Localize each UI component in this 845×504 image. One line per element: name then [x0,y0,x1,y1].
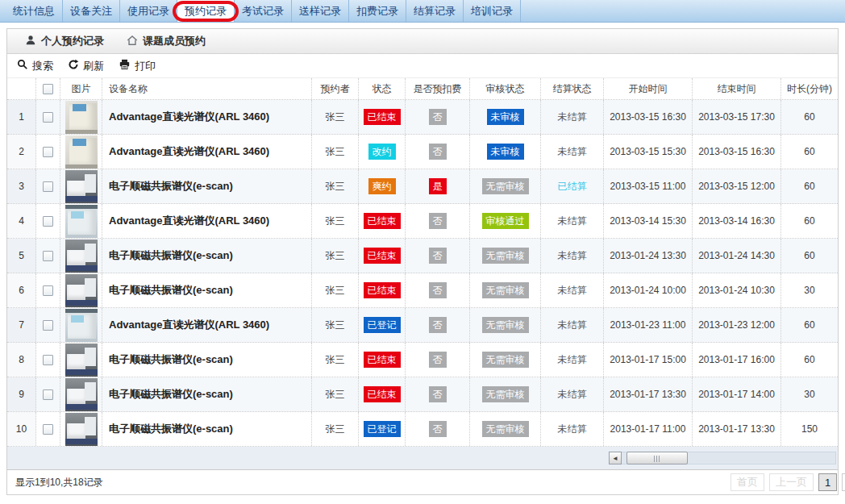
row-checkbox[interactable] [43,389,53,400]
row-checkbox-cell [36,169,60,203]
row-image-cell [60,308,102,342]
scrollbar-left-arrow-icon[interactable]: ◄ [609,452,622,464]
tab-5[interactable]: 考试记录 [235,0,292,22]
row-checkbox[interactable] [43,320,53,331]
refresh-button[interactable]: 刷新 [68,59,104,73]
reserver-name: 张三 [312,135,359,169]
page-button-2[interactable]: 2 [842,473,845,491]
row-image-cell [60,135,102,169]
reserver-name: 张三 [312,343,359,377]
printer-icon [119,59,131,73]
start-time-cell: 2013-01-17 11:00 [604,412,693,446]
tab-2[interactable]: 设备关注 [63,0,120,22]
reserver-name: 张三 [312,412,359,446]
page-button-上一页[interactable]: 上一页 [769,473,814,491]
row-checkbox[interactable] [43,424,53,435]
scrollbar-thumb[interactable] [626,452,688,464]
settle-status-text: 未结算 [558,145,587,159]
prededuct-badge: 否 [429,213,447,229]
status-cell: 改约 [359,135,406,169]
annotation-highlight-circle [173,1,239,22]
row-checkbox[interactable] [43,112,53,123]
personal-reservation-tab[interactable]: 个人预约记录 [25,34,104,48]
row-checkbox-cell [36,100,60,134]
row-checkbox[interactable] [43,216,53,227]
status-cell: 爽约 [359,169,406,203]
header-checkbox-cell [36,78,60,99]
row-checkbox-cell [36,308,60,342]
search-icon [17,59,28,73]
settle-status-cell: 未结算 [541,412,604,446]
row-image-cell [60,343,102,377]
device-name: 电子顺磁共振谱仪(e-scan) [102,273,312,307]
main-tab-bar: 统计信息设备关注使用记录预约记录考试记录送样记录扣费记录结算记录培训记录 [0,0,845,23]
row-image-cell [60,412,102,446]
page-button-首页[interactable]: 首页 [731,473,764,491]
prededuct-badge: 否 [429,352,447,368]
start-time-cell: 2013-01-23 11:00 [604,308,693,342]
audit-status-badge: 审核通过 [482,213,529,229]
prededuct-cell: 是 [406,169,470,203]
reserver-name: 张三 [312,273,359,307]
row-checkbox[interactable] [43,147,53,157]
audit-status-cell: 无需审核 [470,308,541,342]
tab-9[interactable]: 培训记录 [464,0,521,22]
status-badge: 改约 [368,144,396,160]
audit-status-badge: 无需审核 [482,352,529,368]
header-row-number [7,78,36,99]
audit-status-cell: 未审核 [470,135,541,169]
duration-cell: 60 [781,135,838,169]
header-image: 图片 [60,78,102,99]
group-reservation-tab[interactable]: 课题成员预约 [127,34,206,48]
device-name: Advantage直读光谱仪(ARL 3460) [102,100,312,134]
row-checkbox-cell [36,204,60,238]
status-badge: 已结束 [364,386,401,402]
row-checkbox-cell [36,135,60,169]
reserver-name: 张三 [312,100,359,134]
row-checkbox-cell [36,273,60,307]
page-button-1[interactable]: 1 [818,473,837,491]
row-image-cell [60,100,102,134]
row-checkbox[interactable] [43,251,53,261]
refresh-icon [68,59,79,73]
status-badge: 已结束 [364,352,401,368]
select-all-checkbox[interactable] [43,84,53,94]
status-badge: 已结束 [364,213,401,229]
row-number: 8 [7,343,36,377]
end-time-cell: 2013-03-15 12:00 [693,169,781,203]
reserver-name: 张三 [312,377,359,411]
device-thumbnail [65,344,98,377]
row-checkbox[interactable] [43,181,53,192]
tab-3[interactable]: 使用记录 [120,0,177,22]
tab-4[interactable]: 预约记录 [177,0,235,22]
settle-status-text: 未结算 [558,249,587,263]
tab-1[interactable]: 统计信息 [6,0,63,22]
settle-status-cell: 未结算 [541,273,604,307]
audit-status-badge: 无需审核 [482,317,529,333]
start-time-cell: 2013-01-17 15:00 [604,343,693,377]
audit-status-badge: 无需审核 [482,178,529,194]
header-device-name: 设备名称 [102,78,312,99]
settle-status-cell: 未结算 [541,343,604,377]
settle-status-text: 未结算 [558,284,587,298]
print-button[interactable]: 打印 [119,59,156,73]
row-checkbox[interactable] [43,355,53,365]
audit-status-cell: 无需审核 [470,343,541,377]
duration-cell: 60 [781,100,838,134]
search-button[interactable]: 搜索 [17,59,53,73]
person-icon [25,35,36,48]
prededuct-cell: 否 [406,239,470,273]
settle-status-text: 已结算 [558,180,587,194]
start-time-cell: 2013-03-15 16:30 [604,100,693,134]
row-checkbox[interactable] [43,285,53,296]
settle-status-cell: 未结算 [541,377,604,411]
tab-6[interactable]: 送样记录 [292,0,349,22]
end-time-cell: 2013-03-14 16:30 [693,204,781,238]
grid-footer: 显示1到10,共18记录 首页上一页12 [7,469,838,494]
reserver-name: 张三 [312,239,359,273]
device-name: Advantage直读光谱仪(ARL 3460) [102,135,312,169]
duration-cell: 60 [781,204,838,238]
tab-8[interactable]: 结算记录 [406,0,464,22]
row-image-cell [60,169,102,203]
tab-7[interactable]: 扣费记录 [349,0,406,22]
